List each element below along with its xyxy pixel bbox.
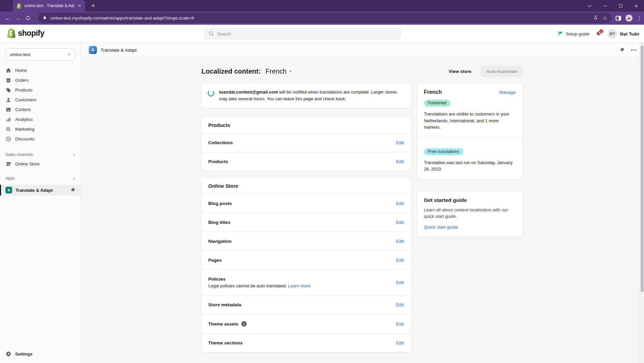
- row-label: Products: [208, 159, 228, 164]
- gear-icon: [5, 351, 11, 357]
- info-icon[interactable]: i: [241, 321, 247, 327]
- pin-icon[interactable]: [70, 187, 76, 193]
- user-name: Đạt Tuấn: [620, 31, 639, 36]
- edit-link[interactable]: Edit: [396, 258, 404, 263]
- apps-header[interactable]: Apps ›: [0, 174, 80, 183]
- sidebar: umino-test ▼ Home Orders Products Custom…: [0, 43, 81, 363]
- row-label: Blog posts: [208, 201, 232, 206]
- get-started-card: Get started guide Learn all about conten…: [417, 191, 522, 237]
- quick-start-guide-link[interactable]: Quick start guide: [424, 225, 458, 230]
- banner-email: tuandat.content@gmail.com: [219, 89, 278, 95]
- row-theme-sections: Theme sections i Edit: [202, 333, 411, 352]
- row-label: Collections: [208, 140, 233, 145]
- learn-more-link[interactable]: Learn more: [288, 283, 310, 288]
- sidebar-item-discounts[interactable]: Discounts: [0, 134, 80, 144]
- url-bar[interactable]: umino-test.myshopify.com/admin/apps/tran…: [38, 13, 612, 23]
- view-store-button[interactable]: View store: [449, 69, 471, 74]
- pin-icon[interactable]: [619, 47, 625, 53]
- sidebar-item-orders[interactable]: Orders: [0, 75, 80, 85]
- user-menu[interactable]: ĐT Đạt Tuấn: [608, 29, 639, 38]
- back-icon[interactable]: ←: [3, 15, 13, 22]
- sidebar-item-content[interactable]: Content: [0, 105, 80, 114]
- row-store-metadata: Store metadata i Edit: [202, 295, 411, 314]
- shopify-logo[interactable]: shopify: [7, 28, 44, 38]
- row-label: Blog titles: [208, 220, 230, 225]
- page-scrollbar[interactable]: [640, 43, 644, 363]
- storefront-icon: [5, 161, 11, 167]
- edit-link[interactable]: Edit: [396, 201, 404, 206]
- row-policies: Policies i Legal policies cannot be auto…: [202, 269, 411, 295]
- sidebar-item-analytics[interactable]: Analytics: [0, 114, 80, 124]
- edit-link[interactable]: Edit: [396, 159, 404, 164]
- edit-link[interactable]: Edit: [396, 140, 404, 145]
- notifications-button[interactable]: 1: [595, 31, 601, 37]
- sidebar-item-online-store[interactable]: Online Store: [0, 159, 80, 169]
- language-dropdown[interactable]: French ▼: [266, 68, 292, 75]
- loading-spinner-icon: [208, 90, 214, 97]
- edit-link[interactable]: Edit: [396, 340, 404, 345]
- row-subtext: Legal policies cannot be auto translated…: [208, 283, 288, 288]
- sidebar-item-settings[interactable]: Settings: [0, 349, 80, 359]
- edit-link[interactable]: Edit: [396, 321, 404, 327]
- row-blog-titles: Blog titles i Edit: [202, 213, 411, 232]
- notification-banner: tuandat.content@gmail.com will be notifi…: [202, 83, 411, 108]
- manage-link[interactable]: Manage: [499, 90, 516, 95]
- search-input[interactable]: [217, 31, 397, 36]
- auto-translate-button[interactable]: Auto-translate: [481, 66, 522, 77]
- edit-link[interactable]: Edit: [396, 280, 404, 285]
- browser-profile-avatar[interactable]: [625, 15, 633, 22]
- row-label: Theme sections: [208, 340, 243, 345]
- tab-search-icon[interactable]: [582, 0, 597, 11]
- browser-menu-icon[interactable]: ⋮: [637, 15, 642, 21]
- browser-tab[interactable]: umino-test · Translate & Adapt · S ×: [13, 0, 85, 11]
- edit-link[interactable]: Edit: [396, 220, 404, 225]
- scrollbar-thumb[interactable]: [641, 46, 644, 292]
- maximize-button[interactable]: [613, 0, 628, 11]
- guide-title: Get started guide: [424, 197, 516, 203]
- more-options-icon[interactable]: •••: [631, 48, 637, 52]
- lock-icon: [42, 15, 47, 21]
- sales-channels-header[interactable]: Sales channels ›: [0, 150, 80, 159]
- row-blog-posts: Blog posts i Edit: [202, 194, 411, 213]
- forward-icon[interactable]: →: [13, 15, 23, 22]
- edit-link[interactable]: Edit: [396, 302, 404, 307]
- sidebar-item-customers[interactable]: Customers: [0, 95, 80, 105]
- sidebar-item-translate-adapt[interactable]: A Translate & Adapt: [0, 185, 80, 196]
- reload-icon[interactable]: [23, 15, 33, 21]
- status-badge: Published: [424, 100, 451, 107]
- sidebar-nav: Home Orders Products Customers Content A…: [0, 66, 80, 144]
- tab-title: umino-test · Translate & Adapt · S: [24, 3, 74, 8]
- translate-app-icon: A: [5, 187, 12, 193]
- url-text: umino-test.myshopify.com/admin/apps/tran…: [50, 16, 590, 21]
- tab-close-icon[interactable]: ×: [77, 3, 82, 9]
- side-panel-icon[interactable]: [616, 16, 621, 21]
- chevron-down-icon: ▼: [68, 53, 71, 56]
- sidebar-item-marketing[interactable]: Marketing: [0, 124, 80, 134]
- share-icon[interactable]: [593, 15, 598, 21]
- store-name: umino-test: [10, 52, 30, 57]
- content-section-card: Online Store Blog posts i Edit Blog titl…: [202, 178, 411, 352]
- section-title: Online Store: [208, 183, 404, 189]
- products-icon: [5, 87, 11, 93]
- notification-badge: 1: [598, 29, 604, 34]
- minimize-button[interactable]: [597, 0, 613, 11]
- customers-icon: [5, 97, 11, 103]
- sidebar-item-home[interactable]: Home: [0, 66, 80, 75]
- row-label: Policies: [208, 277, 225, 282]
- browser-toolbar: ← → umino-test.myshopify.com/admin/apps/…: [0, 11, 644, 25]
- close-window-button[interactable]: ×: [628, 0, 644, 11]
- tab-strip: umino-test · Translate & Adapt · S × + ×: [0, 0, 644, 11]
- bookmark-star-icon[interactable]: ☆: [602, 15, 607, 21]
- app-title: Translate & Adapt: [101, 48, 137, 53]
- shopify-wordmark: shopify: [18, 29, 44, 38]
- new-tab-button[interactable]: +: [89, 2, 97, 9]
- language-status-card: French Manage Published Translations are…: [417, 83, 522, 179]
- store-selector[interactable]: umino-test ▼: [5, 48, 75, 60]
- global-search[interactable]: [204, 28, 401, 39]
- row-label: Theme assets: [208, 321, 238, 327]
- edit-link[interactable]: Edit: [396, 239, 404, 244]
- content-sections: Products Collections i Edit Products i E…: [202, 117, 411, 352]
- setup-guide-button[interactable]: Setup guide: [557, 31, 589, 37]
- sidebar-item-products[interactable]: Products: [0, 85, 80, 95]
- row-label: Store metadata: [208, 302, 241, 307]
